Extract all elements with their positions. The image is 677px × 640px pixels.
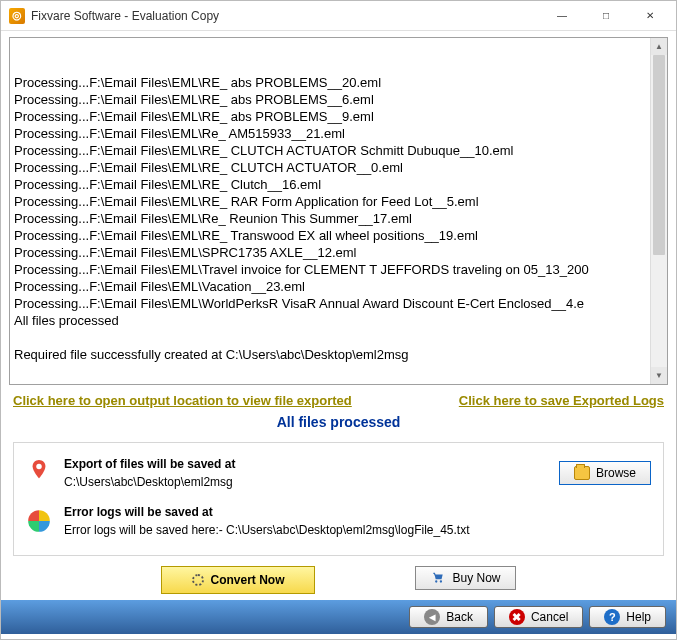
content-area: Processing...F:\Email Files\EML\RE_ abs …: [1, 31, 676, 594]
log-text: Processing...F:\Email Files\EML\RE_ abs …: [14, 74, 663, 363]
log-output[interactable]: Processing...F:\Email Files\EML\RE_ abs …: [9, 37, 668, 385]
browse-label: Browse: [596, 466, 636, 480]
vertical-scrollbar[interactable]: ▲ ▼: [650, 38, 667, 384]
error-log-row: Error logs will be saved at Error logs w…: [26, 499, 651, 547]
footer-bar: ◄ Back ✖ Cancel ? Help: [1, 600, 676, 634]
settings-panel: Export of files will be saved at C:\User…: [13, 442, 664, 556]
back-icon: ◄: [424, 609, 440, 625]
errorlog-path: Error logs will be saved here:- C:\Users…: [64, 523, 651, 537]
window-title: Fixvare Software - Evaluation Copy: [31, 9, 540, 23]
cancel-label: Cancel: [531, 610, 568, 624]
help-icon: ?: [604, 609, 620, 625]
buy-now-label: Buy Now: [452, 571, 500, 585]
scroll-down-button[interactable]: ▼: [651, 367, 667, 384]
cancel-icon: ✖: [509, 609, 525, 625]
scroll-thumb[interactable]: [653, 55, 665, 255]
export-path: C:\Users\abc\Desktop\eml2msg: [64, 475, 547, 489]
back-button[interactable]: ◄ Back: [409, 606, 488, 628]
folder-icon: [574, 466, 590, 480]
svg-point-1: [436, 580, 438, 582]
chart-icon: [26, 508, 52, 534]
links-row: Click here to open output location to vi…: [13, 393, 664, 408]
pin-icon: [26, 458, 52, 488]
open-output-link[interactable]: Click here to open output location to vi…: [13, 393, 352, 408]
cart-icon: [430, 571, 446, 585]
action-row: Convert Now Buy Now: [9, 566, 668, 594]
browse-button[interactable]: Browse: [559, 461, 651, 485]
app-icon: ◎: [9, 8, 25, 24]
convert-now-button[interactable]: Convert Now: [161, 566, 315, 594]
scroll-track[interactable]: [651, 55, 667, 367]
close-button[interactable]: ✕: [628, 2, 672, 30]
svg-point-0: [36, 464, 42, 470]
minimize-button[interactable]: —: [540, 2, 584, 30]
convert-now-label: Convert Now: [210, 573, 284, 587]
export-location-row: Export of files will be saved at C:\User…: [26, 453, 651, 499]
cancel-button[interactable]: ✖ Cancel: [494, 606, 583, 628]
back-label: Back: [446, 610, 473, 624]
export-text: Export of files will be saved at C:\User…: [64, 457, 547, 489]
help-button[interactable]: ? Help: [589, 606, 666, 628]
buy-now-button[interactable]: Buy Now: [415, 566, 515, 590]
maximize-button[interactable]: □: [584, 2, 628, 30]
gear-icon: [192, 574, 204, 586]
save-logs-link[interactable]: Click here to save Exported Logs: [459, 393, 664, 408]
export-label: Export of files will be saved at: [64, 457, 547, 471]
titlebar: ◎ Fixvare Software - Evaluation Copy — □…: [1, 1, 676, 31]
svg-point-2: [440, 580, 442, 582]
help-label: Help: [626, 610, 651, 624]
scroll-up-button[interactable]: ▲: [651, 38, 667, 55]
errorlog-text: Error logs will be saved at Error logs w…: [64, 505, 651, 537]
errorlog-label: Error logs will be saved at: [64, 505, 651, 519]
status-text: All files processed: [9, 414, 668, 430]
